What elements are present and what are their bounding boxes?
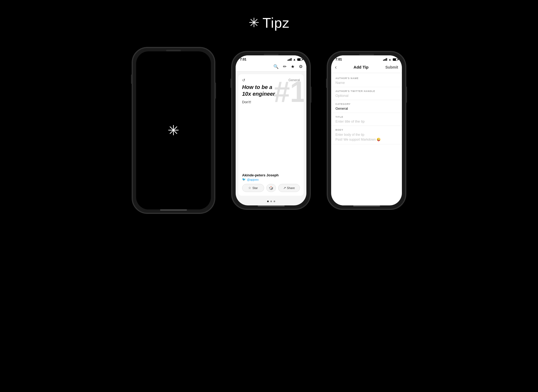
signal-bar-f1 bbox=[383, 60, 384, 61]
tip-title-line2: 10x engineer bbox=[242, 91, 275, 97]
tip-card: ↺ General #1 How to be a 10x engineer Do… bbox=[238, 74, 304, 196]
field-value-category[interactable]: General bbox=[335, 106, 398, 111]
signal-bar-f3 bbox=[385, 59, 386, 61]
share-icon: ↗ bbox=[283, 186, 286, 190]
star-button[interactable]: ☆ Star bbox=[242, 184, 264, 192]
status-time-tip: 7:01 bbox=[240, 58, 246, 61]
dot-1 bbox=[267, 201, 269, 202]
field-input-twitter[interactable]: Optional bbox=[335, 94, 398, 98]
field-author-name: AUTHOR'S NAME Name bbox=[331, 74, 402, 87]
dice-button[interactable]: 🎲 bbox=[266, 184, 276, 192]
right-button-2 bbox=[310, 87, 312, 103]
twitter-handle: @apjoex bbox=[247, 178, 259, 181]
star-button-icon: ☆ bbox=[248, 186, 251, 190]
signal-bars bbox=[288, 58, 292, 61]
share-button[interactable]: ↗ Share bbox=[278, 184, 300, 192]
field-label-twitter: AUTHOR'S TWITTER HANDLE bbox=[335, 90, 398, 92]
gear-icon[interactable]: ⚙ bbox=[299, 64, 303, 69]
battery-icon bbox=[297, 58, 302, 61]
status-bar-form: 7:01 ▲ bbox=[331, 55, 402, 62]
phone-tip: 7:01 ▲ 🔍 ✏ ★ bbox=[231, 51, 311, 210]
field-title: TITLE Enter title of the tip bbox=[331, 113, 402, 126]
author-name: Akinde-peters Joseph bbox=[242, 173, 300, 177]
signal-bars-form bbox=[383, 58, 387, 61]
tip-author-section: Akinde-peters Joseph 🐦 @apjoex bbox=[242, 170, 300, 181]
form-title: Add Tip bbox=[353, 65, 369, 69]
field-label-body: BODY bbox=[335, 129, 398, 131]
wifi-icon: ▲ bbox=[293, 58, 296, 61]
signal-bar-4 bbox=[291, 58, 292, 61]
status-time-form: 7:01 bbox=[335, 58, 342, 61]
share-button-label: Share bbox=[287, 186, 295, 190]
search-icon[interactable]: 🔍 bbox=[273, 64, 279, 69]
header-logo-icon: ✳ bbox=[249, 16, 259, 29]
field-body: BODY Enter body of the tipPsst! We suppo… bbox=[331, 126, 402, 144]
nav-bar-tip: 🔍 ✏ ★ ⚙ bbox=[236, 62, 306, 72]
form-nav: ‹ Add Tip Submit bbox=[331, 62, 402, 73]
field-twitter-handle: AUTHOR'S TWITTER HANDLE Optional bbox=[331, 87, 402, 100]
star-button-label: Star bbox=[252, 186, 258, 190]
tip-title-line1: How to be a bbox=[242, 84, 272, 90]
app-header: ✳ Tipz bbox=[249, 15, 289, 31]
dot-2 bbox=[270, 201, 272, 202]
field-input-author-name[interactable]: Name bbox=[335, 81, 398, 85]
status-icons-form: ▲ bbox=[383, 58, 398, 61]
splash-logo-icon: ✳ bbox=[168, 122, 179, 138]
phone-splash: ✳ bbox=[132, 47, 215, 214]
page-dots bbox=[236, 198, 306, 205]
right-button bbox=[215, 83, 216, 99]
battery-icon-form bbox=[393, 58, 398, 61]
home-indicator[interactable] bbox=[160, 209, 187, 211]
right-button-3 bbox=[406, 87, 407, 103]
star-nav-icon[interactable]: ★ bbox=[291, 64, 295, 69]
battery-fill-form bbox=[393, 59, 396, 60]
back-button[interactable]: ‹ bbox=[335, 64, 337, 70]
phone-form: 7:01 ▲ ‹ Add Tip S bbox=[327, 51, 406, 210]
dice-icon: 🎲 bbox=[269, 186, 273, 190]
field-label-author-name: AUTHOR'S NAME bbox=[335, 77, 398, 80]
header-title: Tipz bbox=[263, 15, 289, 31]
form-screen: 7:01 ▲ ‹ Add Tip S bbox=[331, 55, 402, 205]
signal-bar-f2 bbox=[384, 59, 385, 61]
wifi-icon-form: ▲ bbox=[388, 58, 391, 61]
signal-bar-1 bbox=[288, 60, 288, 61]
phones-row: ✳ 7:01 ▲ bbox=[132, 47, 406, 214]
signal-bar-3 bbox=[290, 59, 291, 61]
status-icons-tip: ▲ bbox=[288, 58, 302, 61]
form-body: AUTHOR'S NAME Name AUTHOR'S TWITTER HAND… bbox=[331, 73, 402, 205]
dot-3 bbox=[274, 201, 275, 202]
field-label-category: CATEGORY bbox=[335, 103, 398, 105]
tip-actions: ☆ Star 🎲 ↗ Share bbox=[242, 184, 300, 192]
signal-bar-f4 bbox=[386, 58, 387, 61]
field-category: CATEGORY General bbox=[331, 100, 402, 113]
battery-fill bbox=[298, 59, 300, 60]
refresh-icon[interactable]: ↺ bbox=[242, 78, 245, 82]
home-indicator-3[interactable] bbox=[353, 205, 380, 206]
tip-screen: 7:01 ▲ 🔍 ✏ ★ bbox=[236, 55, 306, 205]
twitter-icon: 🐦 bbox=[242, 178, 246, 181]
tip-title: How to be a 10x engineer bbox=[242, 84, 280, 97]
field-label-title: TITLE bbox=[335, 116, 398, 118]
home-indicator-2[interactable] bbox=[258, 205, 285, 206]
edit-icon[interactable]: ✏ bbox=[283, 64, 286, 69]
field-input-title[interactable]: Enter title of the tip bbox=[335, 119, 398, 123]
author-twitter: 🐦 @apjoex bbox=[242, 178, 300, 181]
submit-button[interactable]: Submit bbox=[385, 65, 398, 69]
tip-body: Don't! bbox=[242, 100, 300, 104]
status-bar-tip: 7:01 ▲ bbox=[236, 55, 306, 62]
field-input-body[interactable]: Enter body of the tipPsst! We support Ma… bbox=[335, 132, 398, 142]
signal-bar-2 bbox=[289, 59, 289, 61]
splash-screen: ✳ bbox=[136, 51, 211, 209]
